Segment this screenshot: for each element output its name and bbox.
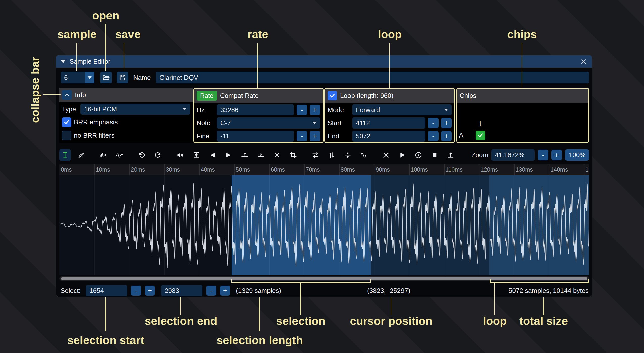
select-mode-button[interactable] xyxy=(59,149,71,161)
loop-end-decrease-button[interactable]: - xyxy=(428,131,439,141)
hz-decrease-button[interactable]: - xyxy=(297,105,307,115)
sample-name-input[interactable]: Clarinet DQV xyxy=(156,72,589,83)
annotation-loop-bottom: loop xyxy=(483,315,507,328)
ruler-tick xyxy=(374,164,374,175)
zoom-in-button[interactable]: + xyxy=(551,150,562,160)
brr-emphasis-label: BRR emphasis xyxy=(74,118,118,126)
annotation-line-collapse-bar xyxy=(43,94,61,95)
no-brr-filters-checkbox[interactable] xyxy=(62,131,71,140)
fade-out-button[interactable] xyxy=(223,149,234,161)
annotation-save: save xyxy=(115,28,141,41)
annotation-selection: selection xyxy=(276,315,325,328)
apply-filter-button[interactable] xyxy=(358,149,370,161)
titlebar[interactable]: Sample Editor xyxy=(56,55,592,68)
selection-end-decrease-button[interactable]: - xyxy=(206,286,216,296)
resample-button[interactable] xyxy=(114,149,125,161)
zoom-reset-button[interactable]: 100% xyxy=(565,149,589,161)
close-button[interactable] xyxy=(580,58,587,65)
create-instrument-button[interactable] xyxy=(445,149,457,161)
chevron-down-icon xyxy=(182,108,186,110)
ruler-tick xyxy=(94,164,95,175)
selection-start-decrease-button[interactable]: - xyxy=(131,286,141,296)
undo-button[interactable] xyxy=(136,149,148,161)
chips-panel-title: Chips xyxy=(460,92,476,100)
annotation-selection-end: selection end xyxy=(145,315,217,328)
selection-start-input[interactable]: 1654 xyxy=(86,285,127,296)
resize-button[interactable] xyxy=(98,149,109,161)
ruler-tick xyxy=(409,164,410,175)
selection-end-input[interactable]: 2983 xyxy=(161,285,202,296)
fade-in-button[interactable] xyxy=(207,149,218,161)
fine-decrease-button[interactable]: - xyxy=(297,131,307,141)
zoom-input[interactable]: 41.1672% xyxy=(491,149,535,161)
redo-button[interactable] xyxy=(152,149,164,161)
brr-emphasis-checkbox[interactable] xyxy=(62,117,71,127)
draw-mode-button[interactable] xyxy=(75,149,87,161)
trim-button[interactable] xyxy=(287,149,299,161)
rate-panel-title: Compat Rate xyxy=(220,92,259,100)
fine-input[interactable]: -11 xyxy=(217,131,294,142)
rate-panel-header: Rate Compat Rate xyxy=(194,89,323,103)
zoom-label: Zoom xyxy=(472,151,488,159)
loop-start-increase-button[interactable]: + xyxy=(441,118,452,128)
ruler-tick xyxy=(304,164,305,175)
save-sample-button[interactable] xyxy=(117,72,128,83)
play-from-cursor-button[interactable] xyxy=(413,149,424,161)
save-floppy-icon xyxy=(119,74,126,81)
loop-start-decrease-button[interactable]: - xyxy=(428,118,439,128)
loop-enable-checkbox[interactable] xyxy=(328,91,337,100)
ruler-label: 140ms xyxy=(550,166,568,173)
normalize-button[interactable] xyxy=(191,149,202,161)
loop-end-input[interactable]: 5072 xyxy=(352,131,425,142)
toolbar-group xyxy=(98,149,125,161)
waveform-svg xyxy=(59,175,589,275)
loop-end-increase-button[interactable]: + xyxy=(441,131,452,141)
info-panel: Info Type 16-bit PCM BRR emphasis xyxy=(59,88,193,143)
amplify-button[interactable] xyxy=(174,149,186,161)
loop-mode-dropdown[interactable]: Forward xyxy=(352,104,452,115)
apply-silence-button[interactable] xyxy=(255,149,267,161)
insert-silence-button[interactable] xyxy=(239,149,251,161)
toolbar-group xyxy=(310,149,370,161)
note-value: C-7 xyxy=(220,119,231,127)
annotation-chips: chips xyxy=(507,28,537,41)
delete-button[interactable] xyxy=(271,149,283,161)
selection-start-increase-button[interactable]: + xyxy=(145,286,155,296)
note-dropdown[interactable]: C-7 xyxy=(217,117,320,129)
scrollbar-thumb[interactable] xyxy=(61,277,587,280)
waveform-area[interactable] xyxy=(59,175,589,275)
annotation-line-rate xyxy=(257,43,258,88)
sample-number-dropdown[interactable]: 6 xyxy=(61,72,94,83)
crossfade-loop-points-button[interactable] xyxy=(380,149,392,161)
sample-type-dropdown[interactable]: 16-bit PCM xyxy=(80,104,190,115)
annotation-line-open xyxy=(105,24,106,71)
open-sample-button[interactable] xyxy=(100,72,112,83)
fine-increase-button[interactable]: + xyxy=(310,131,320,141)
selection-length-text: (1329 samples) xyxy=(236,287,281,294)
hz-input[interactable]: 33286 xyxy=(217,104,294,115)
zoom-out-button[interactable]: - xyxy=(538,150,548,160)
chip-enable-checkbox[interactable] xyxy=(476,131,485,140)
loop-panel: Loop (length: 960) Mode Forward Start 41… xyxy=(324,88,455,143)
reverse-button[interactable] xyxy=(310,149,321,161)
invert-button[interactable] xyxy=(326,149,337,161)
toolbar-group xyxy=(380,149,457,161)
signed-unsigned-button[interactable] xyxy=(342,149,354,161)
loop-start-input[interactable]: 4112 xyxy=(352,117,425,129)
hz-increase-button[interactable]: + xyxy=(310,105,320,115)
annotation-bracket-loop-tick xyxy=(490,279,491,283)
loop-end-value: 5072 xyxy=(356,132,370,140)
hz-label: Hz xyxy=(197,106,214,114)
selection-end-increase-button[interactable]: + xyxy=(220,286,230,296)
loop-mode-label: Mode xyxy=(328,106,350,114)
collapse-bar-button[interactable] xyxy=(62,90,72,100)
info-panel-header: Info xyxy=(59,88,193,102)
waveform-scrollbar[interactable] xyxy=(59,276,589,281)
chevron-down-icon xyxy=(313,122,317,124)
preview-sample-button[interactable] xyxy=(396,149,408,161)
name-label: Name xyxy=(133,72,151,83)
check-icon xyxy=(477,132,484,139)
stop-preview-button[interactable] xyxy=(429,149,440,161)
window-collapse-icon[interactable] xyxy=(61,60,66,63)
note-label: Note xyxy=(197,119,214,127)
